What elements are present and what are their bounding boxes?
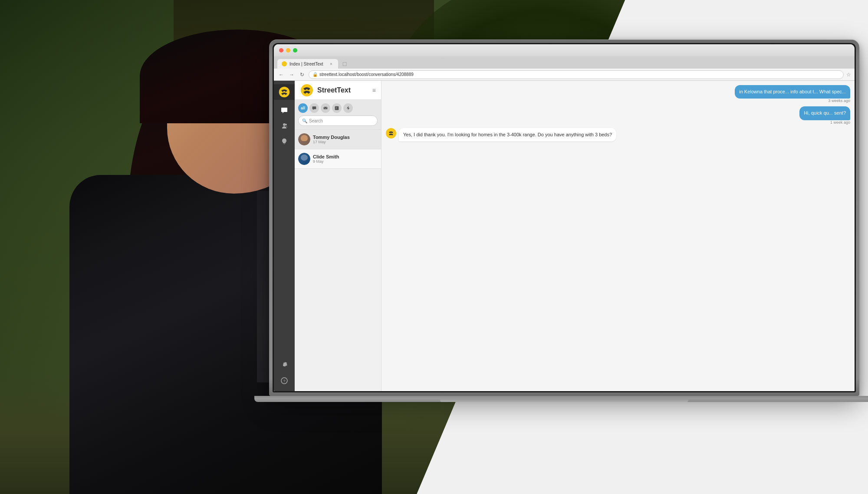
laptop-screen: Index | StreetText × □ [274,44,855,391]
minimize-button-traffic-light[interactable] [286,48,290,53]
filter-tab-all[interactable]: all [298,103,308,113]
message-bubble-outgoing-1: in Kelowna that proce... info about t...… [735,85,850,99]
app-sidebar: ? [274,81,295,391]
address-bar-input[interactable]: 🔒 streettext.localhost/boost/conversatio… [309,70,844,79]
hamburger-menu-button[interactable]: ≡ [372,87,376,94]
settings-icon [281,362,288,369]
streettext-full-logo-icon [300,83,314,97]
tab-title: Index | StreetText [289,62,323,66]
contacts-icon [281,122,288,129]
laptop-bezel: Index | StreetText × □ [273,43,856,392]
browser-tab-active[interactable]: Index | StreetText × [277,59,338,69]
browser-address-bar: ← → ↻ 🔒 streettext.localhost/boost/conve… [274,69,855,81]
tommy-name: Tommy Douglas [313,135,378,140]
sidebar-item-settings[interactable] [277,358,291,372]
filter-tab-chat[interactable] [309,103,319,113]
lightbulb-icon [281,138,288,145]
svg-point-6 [387,129,395,137]
new-tab-button[interactable]: □ [338,59,351,69]
browser-tab-bar: Index | StreetText × □ [274,56,855,69]
svg-rect-4 [335,106,339,110]
sidebar-item-conversations[interactable] [277,103,291,117]
app-content: ? [274,81,855,391]
streettext-logo-icon [278,86,290,98]
secure-icon: 🔒 [312,72,318,77]
conversation-item-clide[interactable]: Clide Smith 9 May [295,149,381,169]
message-group-2: Hi, quick qu... sent? 1 week ago [386,106,850,124]
forward-button[interactable]: → [288,71,296,79]
email-filter-icon [323,106,328,110]
message-bubble-outgoing-2: Hi, quick qu... sent? [799,106,850,120]
message-text-2: Hi, quick qu... sent? [804,110,846,115]
chat-messages: in Kelowna that proce... info about t...… [381,81,855,391]
page-container: Index | StreetText × □ [0,0,868,494]
chat-filter-icon [312,106,316,110]
message-timestamp-2: 1 week ago [830,120,850,125]
filter-tab-email[interactable] [321,103,330,113]
conversations-panel: StreetText ≡ [295,81,381,391]
laptop-container: Index | StreetText × □ [269,40,859,445]
clide-avatar-img [298,153,310,165]
chat-area: in Kelowna that proce... info about t...… [381,81,855,391]
browser-title-bar [274,44,855,56]
tommy-date: 17 May [313,140,378,144]
sidebar-item-contacts[interactable] [277,119,291,133]
laptop-outer: Index | StreetText × □ [269,40,859,396]
svg-point-3 [301,84,313,96]
tommy-info: Tommy Douglas 17 May [313,135,378,144]
url-text: streettext.localhost/boost/conversations… [319,72,414,77]
incoming-avatar-logo [387,129,395,138]
refresh-button[interactable]: ↻ [298,71,306,79]
svg-point-0 [279,87,290,98]
incoming-avatar [386,128,396,138]
brand-name-label: StreetText [317,86,351,94]
conversations-header: all [295,100,381,130]
fullscreen-button-traffic-light[interactable] [293,48,297,53]
facebook-filter-icon: f [335,106,339,110]
clide-name: Clide Smith [313,154,378,159]
message-text-1: in Kelowna that proce... info about t...… [739,89,846,94]
search-icon: 🔍 [302,119,307,123]
help-icon: ? [281,377,288,384]
sidebar-item-lightbulb[interactable] [277,135,291,148]
clide-avatar [298,153,310,165]
clide-date: 9 May [313,159,378,164]
message-group-3: Yes, I did thank you. I'm looking for ho… [386,128,850,142]
tab-close-button[interactable]: × [329,61,334,66]
message-group-1: in Kelowna that proce... info about t...… [386,85,850,103]
message-text-3: Yes, I did thank you. I'm looking for ho… [403,132,612,137]
tab-favicon [282,61,287,66]
message-bubble-incoming-1: Yes, I did thank you. I'm looking for ho… [399,128,616,142]
streettext-logo-full: StreetText [300,83,351,97]
tommy-avatar [298,133,310,145]
tommy-avatar-img [298,133,310,145]
sidebar-item-help[interactable]: ? [277,374,291,388]
filter-tab-bolt[interactable] [343,103,353,113]
laptop-base [254,396,868,402]
close-button-traffic-light[interactable] [279,48,283,53]
conversations-list: Tommy Douglas 17 May [295,130,381,391]
bookmark-button[interactable]: ☆ [846,72,851,78]
filter-tabs: all [298,103,378,113]
svg-text:?: ? [283,379,285,383]
search-placeholder: Search [309,119,323,123]
back-button[interactable]: ← [277,71,285,79]
bolt-filter-icon [346,106,350,110]
app-logo-area [274,84,295,100]
app-main: StreetText ≡ [295,81,855,391]
clide-info: Clide Smith 9 May [313,154,378,164]
conversations-icon [281,107,288,114]
filter-tab-fb[interactable]: f [332,103,342,113]
streettext-app-header: StreetText ≡ [295,81,381,100]
browser-chrome: Index | StreetText × □ [274,44,855,81]
search-input[interactable]: 🔍 Search [298,115,378,126]
conversation-item-tommy[interactable]: Tommy Douglas 17 May [295,130,381,149]
message-timestamp-1: 3 weeks ago [828,99,850,103]
